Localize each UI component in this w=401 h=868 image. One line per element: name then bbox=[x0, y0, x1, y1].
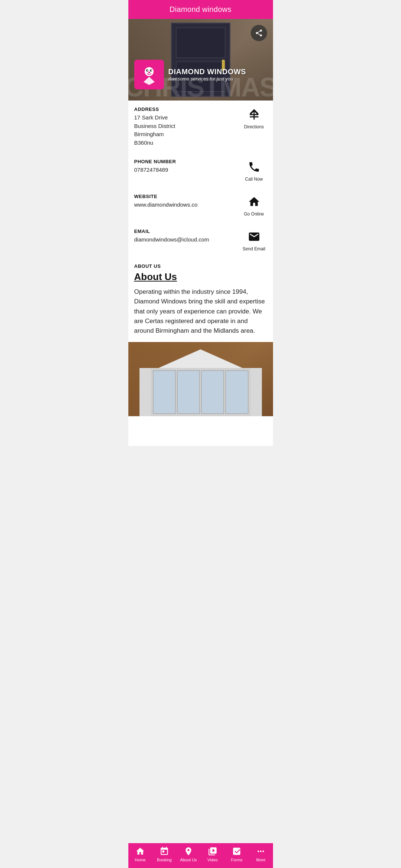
directions-label: Directions bbox=[244, 124, 264, 129]
svg-point-6 bbox=[148, 72, 150, 73]
go-online-button[interactable]: Go Online bbox=[241, 194, 267, 217]
phone-section: PHONE NUMBER 07872478489 Call Now bbox=[128, 153, 273, 188]
website-label: WEBSITE bbox=[134, 194, 237, 199]
about-image bbox=[128, 342, 273, 416]
hero-title-area: DIAMOND WINDOWS Awesome services for jus… bbox=[168, 68, 246, 82]
send-email-label: Send Email bbox=[243, 246, 265, 251]
svg-point-5 bbox=[151, 70, 152, 71]
logo-svg bbox=[138, 63, 160, 86]
about-title: About Us bbox=[134, 271, 267, 283]
email-address: diamondwindows@icloud.com bbox=[134, 236, 237, 244]
directions-icon bbox=[247, 108, 261, 121]
send-email-button[interactable]: Send Email bbox=[241, 228, 267, 251]
phone-label: PHONE NUMBER bbox=[134, 159, 237, 164]
phone-number: 07872478489 bbox=[134, 166, 237, 174]
email-icon bbox=[248, 230, 260, 243]
email-label: EMAIL bbox=[134, 228, 237, 234]
go-online-label: Go Online bbox=[244, 211, 264, 217]
share-button[interactable] bbox=[251, 25, 267, 41]
about-section-label: ABOUT US bbox=[134, 263, 267, 269]
call-label: Call Now bbox=[245, 177, 263, 182]
app-header: Diamond windows bbox=[128, 0, 273, 19]
hero-logo-area: DIAMOND WINDOWS Awesome services for jus… bbox=[134, 60, 246, 89]
about-section: ABOUT US About Us Operating within the i… bbox=[128, 257, 273, 336]
svg-point-4 bbox=[147, 70, 148, 71]
email-info: EMAIL diamondwindows@icloud.com bbox=[134, 228, 241, 244]
svg-rect-8 bbox=[250, 114, 259, 115]
address-value: 17 Sark Drive Business District Birmingh… bbox=[134, 114, 237, 147]
share-icon bbox=[255, 29, 263, 37]
call-now-button[interactable]: Call Now bbox=[241, 159, 267, 182]
about-body-text: Operating within the industry since 1994… bbox=[134, 287, 267, 336]
home-icon bbox=[248, 195, 260, 208]
company-logo bbox=[134, 60, 164, 89]
website-info: WEBSITE www.diamondwindows.co bbox=[134, 194, 241, 209]
company-name: DIAMOND WINDOWS bbox=[168, 68, 246, 76]
phone-info: PHONE NUMBER 07872478489 bbox=[134, 159, 241, 174]
address-info: ADDRESS 17 Sark Drive Business District … bbox=[134, 106, 241, 147]
directions-button[interactable]: Directions bbox=[241, 106, 267, 129]
header-title: Diamond windows bbox=[170, 5, 231, 13]
company-tagline: Awesome services for just you bbox=[168, 76, 246, 82]
hero-section: CHRISTMAS DIAMOND WINDOWS Awesome servic… bbox=[128, 19, 273, 101]
email-section: EMAIL diamondwindows@icloud.com Send Ema… bbox=[128, 223, 273, 257]
content-area: ADDRESS 17 Sark Drive Business District … bbox=[128, 101, 273, 446]
phone-icon bbox=[248, 161, 260, 173]
svg-rect-9 bbox=[250, 116, 259, 118]
website-url: www.diamondwindows.co bbox=[134, 201, 237, 209]
website-section: WEBSITE www.diamondwindows.co Go Online bbox=[128, 188, 273, 223]
address-label: ADDRESS bbox=[134, 106, 237, 112]
address-section: ADDRESS 17 Sark Drive Business District … bbox=[128, 101, 273, 153]
